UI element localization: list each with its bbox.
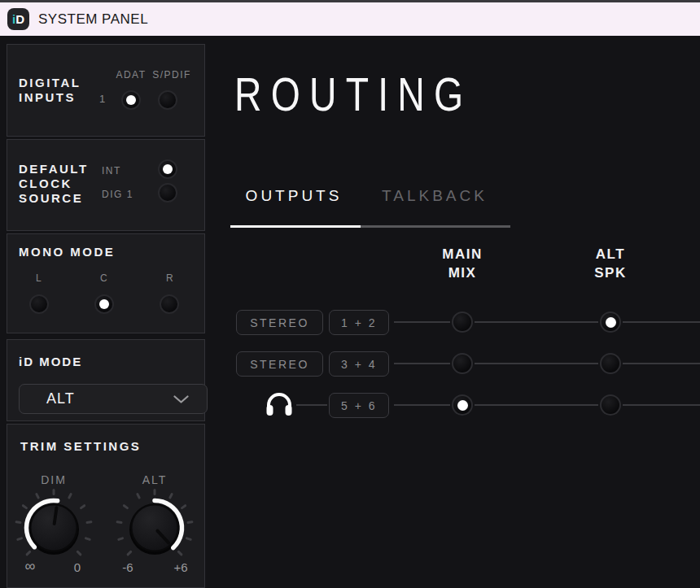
alt-min-label: -6	[117, 560, 138, 574]
row3-alt-spk-radio[interactable]	[600, 394, 621, 416]
logo-d: D	[15, 12, 24, 26]
mono-mode-title: MONO MODE	[19, 245, 115, 259]
page-title: ROUTING	[234, 67, 472, 121]
wire	[394, 404, 450, 406]
wire	[394, 363, 450, 364]
wire	[475, 321, 598, 323]
clock-int-radio[interactable]	[158, 159, 177, 179]
row2-alt-spk-radio[interactable]	[600, 353, 621, 374]
wire	[475, 363, 598, 364]
digital-input-row-label: 1	[99, 93, 105, 105]
dim-min-label: ∞	[20, 560, 41, 573]
wire	[623, 363, 700, 364]
system-panel-window: iD SYSTEM PANEL DIGITAL INPUTS ADAT S/PD…	[0, 0, 700, 588]
tab-talkback[interactable]: TALKBACK	[365, 187, 504, 205]
wire	[623, 321, 700, 323]
section-digital-inputs: DIGITAL INPUTS ADAT S/PDIF 1	[7, 44, 205, 137]
wire	[296, 404, 327, 406]
mono-r-label: R	[160, 272, 180, 284]
mono-c-radio[interactable]	[94, 294, 114, 314]
tab-underline-active	[230, 225, 361, 228]
id-mode-title: iD MODE	[19, 355, 82, 369]
mono-r-radio[interactable]	[160, 294, 179, 314]
clock-dig1-radio[interactable]	[158, 183, 177, 203]
row3-channels-button[interactable]: 5 + 6	[329, 393, 389, 418]
wire	[475, 404, 598, 406]
tab-outputs[interactable]: OUTPUTS	[225, 187, 363, 205]
titlebar: iD SYSTEM PANEL	[0, 0, 700, 36]
trim-settings-title: TRIM SETTINGS	[20, 439, 141, 454]
column-header-main-mix: MAIN MIX	[428, 245, 497, 282]
column-header-alt-spk: ALT SPK	[576, 245, 645, 282]
row3-main-mix-radio[interactable]	[452, 394, 473, 416]
clock-dig1-label: DIG 1	[102, 189, 133, 200]
row2-source-button[interactable]: STEREO	[236, 351, 323, 377]
id-mode-selected-value: ALT	[46, 390, 75, 407]
window-title: SYSTEM PANEL	[38, 11, 148, 28]
row2-channels-button[interactable]: 3 + 4	[329, 351, 389, 377]
spdif-column-label: S/PDIF	[150, 69, 194, 81]
id-mode-dropdown[interactable]: ALT	[19, 384, 208, 414]
section-id-mode: iD MODE ALT	[7, 339, 205, 421]
wire	[394, 321, 450, 323]
clock-int-label: INT	[102, 165, 121, 176]
alt-knob[interactable]	[116, 489, 194, 567]
tab-underline-inactive	[361, 225, 510, 228]
row1-channels-button[interactable]: 1 + 2	[329, 310, 389, 335]
mono-l-radio[interactable]	[29, 294, 49, 314]
adat-column-label: ADAT	[113, 69, 149, 81]
mono-c-label: C	[94, 272, 114, 284]
dim-knob-label: DIM	[29, 473, 78, 486]
id-logo: iD	[7, 8, 29, 30]
section-mono-mode: MONO MODE L C R	[7, 233, 205, 333]
headphones-icon	[265, 392, 294, 418]
digital-input-spdif-radio[interactable]	[158, 90, 177, 110]
alt-max-label: +6	[170, 560, 191, 574]
digital-inputs-title: DIGITAL INPUTS	[19, 76, 81, 105]
clock-source-title: DEFAULT CLOCK SOURCE	[19, 162, 89, 206]
wire	[623, 404, 700, 406]
row1-main-mix-radio[interactable]	[452, 311, 473, 333]
digital-input-adat-radio[interactable]	[121, 90, 141, 110]
dim-max-label: 0	[67, 560, 88, 574]
dim-knob[interactable]	[15, 489, 93, 567]
chevron-down-icon	[173, 395, 189, 404]
row1-alt-spk-radio[interactable]	[600, 311, 621, 333]
section-clock-source: DEFAULT CLOCK SOURCE INT DIG 1	[7, 139, 205, 231]
alt-knob-label: ALT	[130, 473, 179, 486]
row2-main-mix-radio[interactable]	[452, 353, 473, 374]
row1-source-button[interactable]: STEREO	[236, 310, 323, 335]
mono-l-label: L	[29, 272, 49, 284]
